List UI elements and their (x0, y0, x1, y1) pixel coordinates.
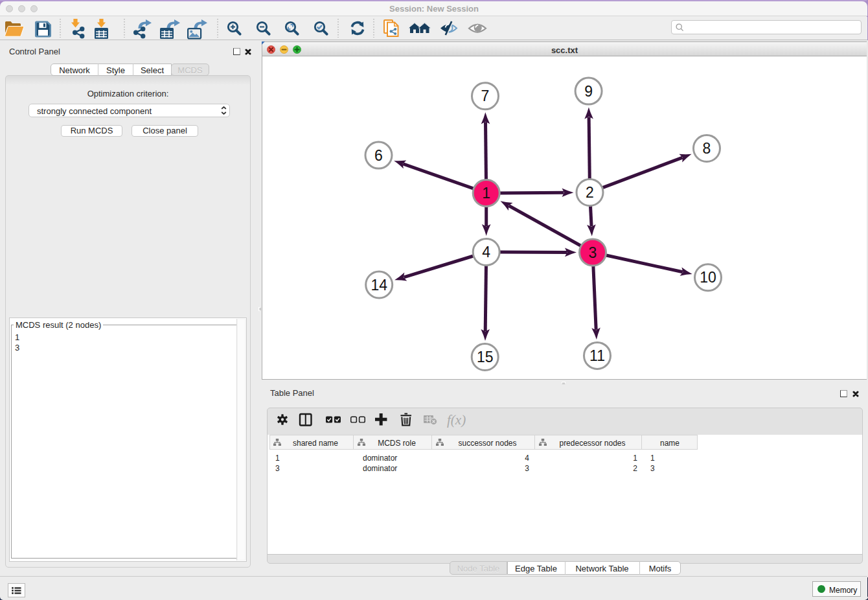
svg-text:9: 9 (584, 83, 593, 100)
svg-text:14: 14 (371, 277, 387, 294)
svg-text:8: 8 (703, 140, 711, 157)
svg-text:10: 10 (700, 269, 716, 286)
svg-text:2: 2 (586, 184, 594, 201)
svg-text:15: 15 (477, 349, 494, 365)
svg-text:6: 6 (374, 147, 383, 164)
svg-text:3: 3 (589, 244, 597, 261)
svg-text:4: 4 (482, 244, 490, 260)
svg-text:1: 1 (482, 185, 490, 202)
svg-text:11: 11 (589, 347, 605, 364)
svg-text:7: 7 (481, 87, 490, 104)
svg-text:f(x): f(x) (447, 412, 466, 428)
